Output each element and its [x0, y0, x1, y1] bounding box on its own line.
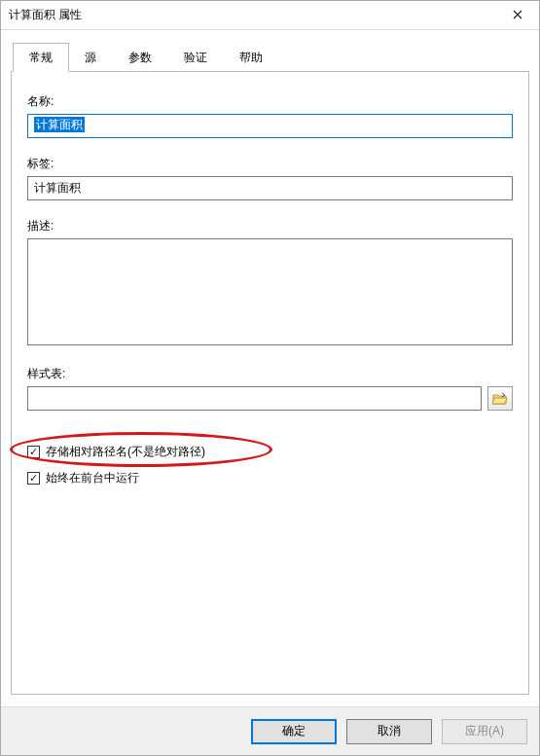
tab-general[interactable]: 常规 [13, 43, 69, 72]
folder-open-icon [492, 392, 508, 406]
tab-body-general: 名称: 计算面积 标签: 描述: 样式表: [11, 72, 529, 695]
desc-label: 描述: [27, 218, 513, 234]
window-title: 计算面积 属性 [9, 7, 82, 23]
name-label: 名称: [27, 93, 513, 110]
tag-input[interactable] [27, 176, 513, 200]
close-icon [513, 9, 522, 22]
relative-path-label: 存储相对路径名(不是绝对路径) [46, 444, 205, 460]
cancel-button[interactable]: 取消 [346, 719, 432, 744]
ok-button[interactable]: 确定 [251, 719, 337, 744]
stylesheet-label: 样式表: [27, 366, 513, 382]
tab-help[interactable]: 帮助 [223, 43, 279, 72]
relative-path-checkbox[interactable] [27, 446, 40, 458]
dialog-footer: 确定 取消 应用(A) [1, 706, 539, 755]
apply-button[interactable]: 应用(A) [442, 719, 527, 744]
dialog-window: 计算面积 属性 常规 源 参数 验证 帮助 名称: 计算面积 标签: 描述: [0, 0, 540, 756]
stylesheet-row [27, 386, 513, 411]
title-bar: 计算面积 属性 [1, 1, 539, 30]
stylesheet-input[interactable] [27, 386, 482, 411]
tab-validate[interactable]: 验证 [167, 43, 224, 72]
foreground-label: 始终在前台中运行 [46, 470, 139, 486]
desc-textarea[interactable] [27, 238, 513, 345]
foreground-checkbox-row: 始终在前台中运行 [27, 470, 513, 486]
tag-label: 标签: [27, 156, 513, 172]
relative-path-checkbox-row: 存储相对路径名(不是绝对路径) [27, 444, 513, 460]
foreground-checkbox[interactable] [27, 472, 40, 485]
browse-stylesheet-button[interactable] [487, 386, 513, 411]
name-input[interactable]: 计算面积 [27, 114, 513, 138]
dialog-content: 常规 源 参数 验证 帮助 名称: 计算面积 标签: 描述: 样式表: [1, 30, 539, 706]
tab-params[interactable]: 参数 [112, 43, 168, 72]
tab-source[interactable]: 源 [68, 43, 113, 72]
close-button[interactable] [495, 1, 539, 30]
name-input-value: 计算面积 [34, 117, 85, 132]
tab-strip: 常规 源 参数 验证 帮助 [11, 42, 529, 72]
